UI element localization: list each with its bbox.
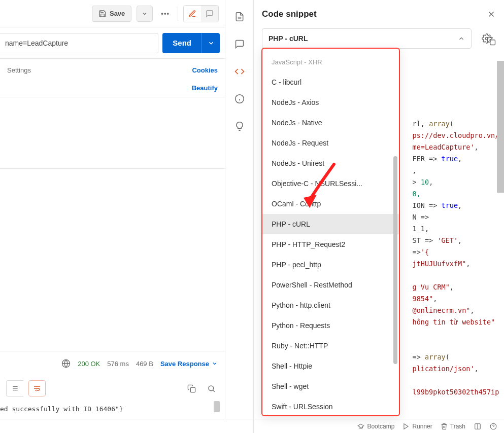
chevron-down-icon bbox=[142, 11, 148, 17]
more-options-button[interactable]: ••• bbox=[158, 10, 173, 17]
request-tabs: Settings Cookies bbox=[0, 59, 225, 81]
save-icon bbox=[98, 10, 107, 18]
dropdown-scrollbar[interactable] bbox=[393, 156, 397, 364]
globe-icon[interactable] bbox=[61, 359, 71, 368]
send-button[interactable]: Send bbox=[162, 33, 220, 53]
trash-label: Trash bbox=[450, 423, 465, 430]
response-meta: 200 OK 576 ms 469 B Save Response bbox=[0, 351, 225, 376]
response-controls bbox=[0, 376, 225, 401]
info-icon[interactable] bbox=[234, 93, 245, 104]
send-label: Send bbox=[162, 39, 201, 47]
bootcamp-label: Bootcamp bbox=[367, 423, 394, 430]
language-option[interactable]: Shell - wget bbox=[262, 376, 399, 396]
save-more-button[interactable] bbox=[137, 6, 153, 22]
documentation-icon[interactable] bbox=[234, 11, 245, 22]
language-option[interactable]: Shell - Httpie bbox=[262, 356, 399, 376]
svg-marker-16 bbox=[404, 423, 408, 429]
language-option[interactable]: OCaml - Cohttp bbox=[262, 194, 399, 214]
response-size: 469 B bbox=[136, 360, 153, 368]
response-time: 576 ms bbox=[107, 360, 129, 368]
save-response-label: Save Response bbox=[160, 360, 209, 368]
url-input[interactable]: name=LeadCapture bbox=[0, 33, 158, 53]
svg-rect-15 bbox=[490, 40, 495, 45]
beautify-button[interactable]: Beautify bbox=[192, 84, 218, 92]
language-option[interactable]: C - libcurl bbox=[262, 72, 399, 92]
runner-button[interactable]: Runner bbox=[402, 423, 432, 430]
chevron-up-icon bbox=[458, 35, 465, 42]
language-select[interactable]: PHP - cURL bbox=[262, 28, 472, 49]
snippet-title: Code snippet bbox=[262, 9, 317, 19]
lightbulb-icon[interactable] bbox=[234, 121, 245, 132]
help-button[interactable] bbox=[490, 423, 497, 430]
svg-line-6 bbox=[213, 390, 215, 391]
top-toolbar: Save ••• bbox=[0, 0, 225, 27]
comments-icon[interactable] bbox=[234, 39, 245, 50]
status-bar: Bootcamp Runner Trash bbox=[0, 419, 504, 433]
language-selected: PHP - cURL bbox=[268, 34, 308, 43]
edit-mode-button[interactable] bbox=[184, 6, 201, 22]
snippet-header: Code snippet bbox=[254, 0, 504, 28]
language-dropdown: JavaScript - XHRC - libcurlNodeJs - Axio… bbox=[261, 48, 400, 416]
svg-rect-4 bbox=[190, 387, 195, 392]
language-option[interactable]: PHP - pecl_http bbox=[262, 255, 399, 275]
code-snippet-icon[interactable] bbox=[234, 66, 245, 77]
chevron-down-icon bbox=[208, 40, 215, 47]
wrap-toggle[interactable] bbox=[28, 380, 46, 396]
toolbar-divider bbox=[178, 7, 178, 21]
comment-icon bbox=[206, 10, 214, 18]
language-option[interactable]: Python - http.client bbox=[262, 295, 399, 315]
language-option[interactable]: Objective-C - NSURLSessi... bbox=[262, 173, 399, 194]
language-option[interactable]: Python - Requests bbox=[262, 315, 399, 336]
language-option[interactable]: NodeJs - Request bbox=[262, 133, 399, 153]
language-option[interactable]: NodeJs - Unirest bbox=[262, 153, 399, 173]
language-option[interactable]: NodeJs - Native bbox=[262, 113, 399, 133]
response-body[interactable]: ed successfully with ID 16406"} bbox=[0, 401, 225, 419]
request-panel: Save ••• bbox=[0, 0, 225, 419]
copy-code-button[interactable] bbox=[487, 37, 496, 46]
status-code: 200 OK bbox=[78, 360, 100, 368]
url-row: name=LeadCapture Send bbox=[0, 27, 225, 59]
save-response-button[interactable]: Save Response bbox=[160, 360, 218, 368]
language-list: JavaScript - XHRC - libcurlNodeJs - Axio… bbox=[262, 52, 399, 415]
language-option[interactable]: PHP - cURL bbox=[262, 214, 399, 234]
side-rail bbox=[225, 0, 254, 433]
search-response-button[interactable] bbox=[204, 381, 219, 396]
comment-mode-button[interactable] bbox=[201, 6, 218, 22]
editor-mode-toggle bbox=[183, 5, 219, 22]
editor-divider bbox=[0, 168, 225, 169]
response-body-text: ed successfully with ID 16406"} bbox=[0, 405, 123, 413]
language-option[interactable]: PHP - HTTP_Request2 bbox=[262, 234, 399, 255]
language-option[interactable]: Ruby - Net::HTTP bbox=[262, 336, 399, 356]
save-label: Save bbox=[110, 10, 125, 17]
code-scrollbar[interactable] bbox=[497, 61, 504, 193]
body-editor[interactable] bbox=[0, 97, 225, 351]
tab-settings[interactable]: Settings bbox=[7, 66, 31, 74]
bootcamp-button[interactable]: Bootcamp bbox=[357, 423, 394, 430]
cookies-link[interactable]: Cookies bbox=[192, 66, 218, 74]
response-view-toggle[interactable] bbox=[6, 380, 23, 396]
language-option[interactable]: NodeJs - Axios bbox=[262, 92, 399, 113]
copy-response-button[interactable] bbox=[184, 381, 199, 396]
response-scrollbar[interactable] bbox=[214, 401, 220, 412]
layout-toggle-button[interactable] bbox=[474, 423, 482, 430]
runner-label: Runner bbox=[412, 423, 432, 430]
language-option[interactable]: Swift - URLSession bbox=[262, 396, 399, 415]
svg-point-19 bbox=[490, 423, 496, 429]
send-more-button[interactable] bbox=[201, 33, 220, 53]
beautify-row: Beautify bbox=[0, 81, 225, 97]
pencil-icon bbox=[188, 10, 196, 18]
close-icon[interactable] bbox=[487, 10, 496, 19]
svg-point-5 bbox=[209, 385, 214, 390]
trash-button[interactable]: Trash bbox=[441, 423, 465, 430]
save-button[interactable]: Save bbox=[92, 6, 131, 22]
language-option[interactable]: PowerShell - RestMethod bbox=[262, 275, 399, 295]
url-value: name=LeadCapture bbox=[5, 39, 68, 47]
language-option[interactable]: JavaScript - XHR bbox=[262, 52, 399, 72]
